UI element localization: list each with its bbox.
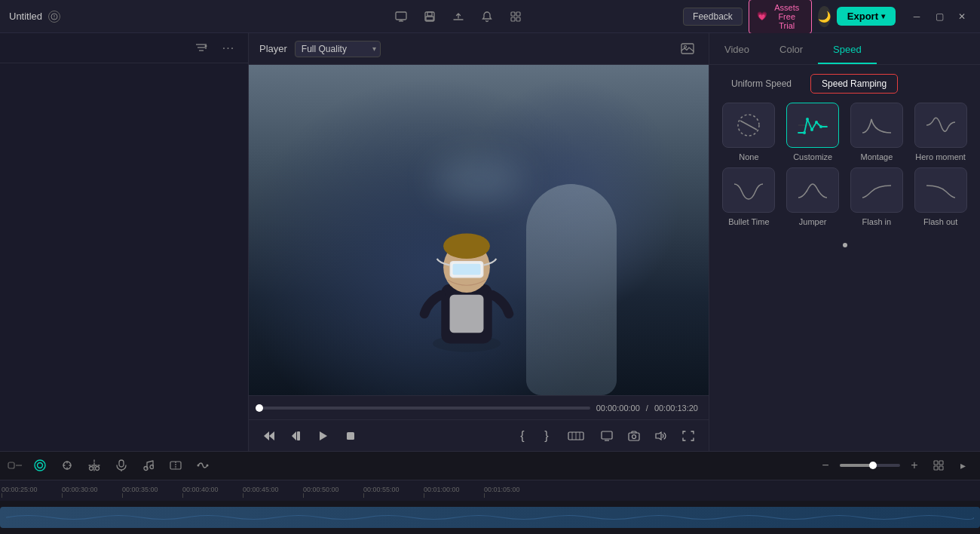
timeline-snap-button[interactable] [57, 456, 77, 475]
progress-bar[interactable] [259, 407, 590, 410]
svg-rect-58 [119, 460, 124, 467]
minimize-button[interactable]: ─ [908, 8, 926, 26]
speed-label-bullet: Bullet Time [728, 217, 769, 226]
scroll-handle [8, 459, 23, 471]
mark-out-button[interactable]: } [538, 428, 555, 444]
sidebar-toolbar: ··· [0, 33, 248, 63]
svg-rect-8 [426, 17, 433, 20]
svg-point-24 [443, 233, 490, 259]
speed-item-flash-in[interactable]: Flash in [848, 167, 906, 226]
monitor-icon[interactable] [390, 6, 412, 27]
fullscreen-icon[interactable] [678, 426, 698, 446]
speed-item-bullet[interactable]: Bullet Time [720, 167, 778, 226]
subtab-ramping[interactable]: Speed Ramping [810, 74, 898, 94]
panel-tabs: Video Color Speed [709, 33, 980, 65]
export-button[interactable]: Export ▾ [837, 7, 896, 26]
speed-item-jumper[interactable]: Jumper [784, 167, 842, 226]
grid-icon[interactable] [505, 6, 526, 27]
speed-item-hero[interactable]: Hero moment [911, 103, 969, 161]
video-clip[interactable] [0, 507, 980, 528]
camera-icon[interactable] [624, 426, 644, 446]
speed-options-grid: None Customize [709, 103, 980, 237]
svg-rect-33 [347, 432, 354, 440]
subtab-uniform[interactable]: Uniform Speed [720, 74, 803, 94]
upload-icon[interactable] [448, 6, 469, 27]
speed-icon-hero [914, 103, 967, 148]
svg-point-54 [38, 463, 43, 468]
scroll-icon [8, 459, 23, 471]
stop-button[interactable] [341, 426, 360, 446]
svg-line-44 [740, 121, 757, 130]
speed-label-none: None [739, 152, 758, 161]
feedback-button[interactable]: Feedback [683, 8, 743, 26]
close-button[interactable]: ✕ [953, 8, 971, 26]
tab-speed[interactable]: Speed [818, 44, 877, 64]
volume-icon[interactable] [651, 426, 671, 446]
ruler-mark-0: 00:00:25:00 [2, 486, 62, 498]
timecode-icon[interactable] [562, 426, 590, 446]
play-button[interactable] [314, 426, 333, 446]
timeline-cut-button[interactable] [84, 456, 104, 475]
video-frame [249, 65, 709, 395]
svg-marker-32 [320, 431, 327, 440]
svg-rect-67 [939, 461, 943, 465]
bell-icon[interactable] [476, 6, 498, 27]
svg-point-56 [90, 467, 93, 471]
speed-item-montage[interactable]: Montage [848, 103, 906, 161]
timeline-ruler: 00:00:25:00 00:00:30:00 00:00:35:00 00:0… [0, 480, 980, 502]
child-vr-figure [346, 169, 587, 395]
time-divider: / [646, 404, 648, 413]
svg-rect-31 [297, 431, 300, 440]
speed-icon-none [722, 103, 775, 148]
timeline-more-button[interactable]: ▸ [953, 456, 972, 475]
zoom-slider[interactable] [840, 464, 900, 467]
step-back-button[interactable] [286, 426, 306, 446]
monitor-small-icon[interactable] [597, 426, 617, 446]
save-icon[interactable] [419, 6, 440, 27]
zoom-out-button[interactable]: − [816, 456, 835, 475]
quality-select[interactable]: Full Quality Half Quality Quarter Qualit… [295, 41, 381, 57]
timeline-music-button[interactable] [139, 456, 158, 475]
ruler-mark-1: 00:00:30:00 [62, 486, 122, 498]
zoom-in-button[interactable]: + [905, 456, 924, 475]
svg-rect-22 [450, 295, 484, 333]
ruler-mark-8: 00:01:05:00 [484, 486, 544, 498]
timeline-effect-button[interactable] [193, 456, 213, 475]
dot-1 [843, 243, 847, 247]
timeline-mic-button[interactable] [112, 456, 131, 475]
speed-item-customize[interactable]: Customize [784, 103, 842, 161]
maximize-button[interactable]: ▢ [930, 8, 948, 26]
svg-rect-7 [427, 12, 432, 16]
timeline-grid-button[interactable] [929, 456, 948, 475]
app-title: Untitled [9, 11, 42, 22]
player-area: Player Full Quality Half Quality Quarter… [249, 33, 709, 451]
image-preview-icon[interactable] [677, 38, 698, 60]
speed-label-flash-in: Flash in [862, 217, 892, 226]
timeline-loop-button[interactable] [30, 456, 50, 475]
speed-label-flash-out: Flash out [923, 217, 957, 226]
speed-item-none[interactable]: None [720, 103, 778, 161]
svg-point-46 [803, 131, 806, 134]
progress-bar-area: 00:00:00:00 / 00:00:13:20 [249, 395, 709, 419]
tab-color[interactable]: Color [764, 44, 818, 64]
more-options-icon[interactable]: ··· [218, 38, 239, 59]
timeline-toolbar: − + ▸ [0, 452, 980, 480]
time-total: 00:00:13:20 [654, 404, 698, 413]
theme-toggle[interactable]: 🌙 [818, 6, 831, 27]
skip-back-button[interactable] [259, 426, 279, 446]
svg-point-41 [632, 434, 636, 438]
assets-button[interactable]: 💗 Assets Free Trial [749, 0, 812, 34]
timeline-track [0, 501, 980, 534]
tab-video[interactable]: Video [709, 44, 764, 64]
svg-rect-12 [516, 17, 520, 21]
svg-point-17 [205, 44, 207, 47]
timeline-split-button[interactable] [166, 456, 185, 475]
speed-icon-flash-out [914, 167, 967, 213]
speed-label-customize: Customize [793, 152, 832, 161]
svg-marker-28 [264, 431, 269, 440]
mark-in-button[interactable]: { [514, 428, 531, 444]
right-panel: Video Color Speed Uniform Speed Speed Ra… [709, 33, 980, 451]
filter-icon[interactable] [191, 38, 212, 59]
timeline-area: − + ▸ 00:00:25:00 00:00:30:00 00:00: [0, 451, 980, 534]
speed-item-flash-out[interactable]: Flash out [911, 167, 969, 226]
